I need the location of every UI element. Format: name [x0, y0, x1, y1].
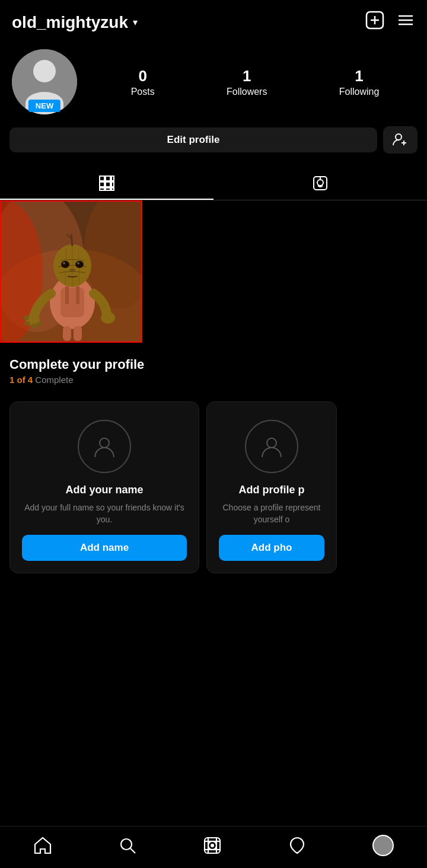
add-photo-button[interactable]: Add pho — [219, 535, 324, 561]
new-badge: NEW — [28, 100, 60, 112]
posts-count: 0 — [138, 67, 146, 85]
add-photo-card: Add profile p Choose a profile represent… — [206, 401, 337, 573]
nav-reels[interactable] — [203, 836, 222, 855]
add-name-icon-circle — [78, 420, 131, 473]
grid-content — [0, 200, 427, 343]
svg-rect-15 — [100, 188, 104, 190]
svg-point-50 — [267, 438, 276, 448]
svg-rect-10 — [106, 176, 110, 181]
add-photo-title: Add profile p — [239, 484, 305, 496]
svg-rect-12 — [100, 182, 104, 187]
svg-rect-29 — [76, 286, 79, 304]
cards-row: Add your name Add your full name so your… — [0, 394, 427, 583]
nav-profile-avatar[interactable] — [372, 835, 394, 856]
nav-profile[interactable] — [372, 835, 394, 856]
profile-section: NEW 0 Posts 1 Followers 1 Following — [0, 40, 427, 120]
svg-rect-16 — [106, 188, 110, 190]
profile-buttons-row: Edit profile — [0, 120, 427, 162]
svg-point-36 — [63, 262, 65, 264]
chevron-down-icon[interactable]: ▾ — [133, 17, 138, 28]
posts-stat[interactable]: 0 Posts — [131, 67, 155, 97]
svg-point-34 — [61, 261, 69, 268]
svg-rect-28 — [65, 286, 69, 304]
svg-line-39 — [71, 234, 72, 246]
svg-point-42 — [23, 315, 29, 320]
bottom-nav — [0, 826, 427, 868]
svg-point-38 — [69, 269, 75, 272]
svg-point-49 — [100, 438, 109, 448]
progress-fraction: 1 of 4 — [9, 375, 33, 385]
stats-row: 0 Posts 1 Followers 1 Following — [95, 67, 415, 97]
followers-label: Followers — [227, 87, 267, 97]
followers-stat[interactable]: 1 Followers — [227, 67, 267, 97]
post-thumbnail[interactable] — [0, 200, 142, 343]
svg-point-45 — [36, 322, 42, 327]
followers-count: 1 — [243, 67, 251, 85]
posts-label: Posts — [131, 87, 155, 97]
header-right — [365, 11, 415, 34]
header-left: old_mightyzuk ▾ — [12, 13, 138, 32]
add-friend-button[interactable] — [383, 126, 418, 154]
add-name-card: Add your name Add your full name so your… — [9, 401, 199, 573]
svg-point-6 — [396, 134, 401, 140]
svg-point-35 — [75, 261, 84, 268]
svg-line-52 — [130, 848, 135, 853]
add-name-title: Add your name — [65, 484, 143, 496]
tab-grid[interactable] — [0, 167, 214, 200]
add-name-desc: Add your full name so your friends know … — [22, 502, 187, 525]
complete-profile-title: Complete your profile — [9, 357, 418, 372]
svg-point-37 — [77, 262, 79, 264]
tab-tagged[interactable] — [214, 167, 427, 200]
complete-profile-section: Complete your profile 1 of 4 Complete — [0, 343, 427, 394]
post-image — [1, 202, 141, 342]
svg-rect-13 — [106, 182, 110, 187]
avatar-wrapper[interactable]: NEW — [12, 49, 77, 114]
svg-point-51 — [121, 839, 132, 850]
svg-rect-14 — [111, 182, 114, 187]
header: old_mightyzuk ▾ — [0, 0, 427, 40]
svg-point-44 — [31, 324, 37, 328]
svg-rect-48 — [74, 326, 82, 341]
svg-rect-17 — [111, 188, 114, 190]
svg-rect-47 — [63, 326, 71, 341]
following-stat[interactable]: 1 Following — [339, 67, 380, 97]
svg-rect-27 — [60, 288, 84, 317]
nav-search[interactable] — [118, 836, 137, 855]
following-count: 1 — [355, 67, 363, 85]
following-label: Following — [339, 87, 380, 97]
tabs-row — [0, 167, 427, 200]
username[interactable]: old_mightyzuk — [12, 13, 128, 32]
edit-profile-button[interactable]: Edit profile — [9, 127, 377, 152]
add-post-icon[interactable] — [365, 11, 384, 34]
svg-point-43 — [24, 321, 30, 326]
add-name-button[interactable]: Add name — [22, 535, 187, 561]
add-photo-desc: Choose a profile represent yourself o — [219, 502, 324, 525]
nav-home[interactable] — [33, 836, 52, 855]
nav-activity[interactable] — [288, 836, 307, 855]
svg-point-46 — [101, 312, 115, 324]
progress-label: Complete — [33, 375, 73, 385]
add-photo-icon-circle — [245, 420, 298, 473]
svg-rect-9 — [100, 176, 104, 181]
complete-profile-progress: 1 of 4 Complete — [9, 375, 418, 385]
svg-point-19 — [317, 180, 323, 186]
svg-point-55 — [211, 844, 214, 847]
hamburger-menu-icon[interactable] — [396, 11, 415, 34]
svg-rect-11 — [111, 176, 114, 181]
